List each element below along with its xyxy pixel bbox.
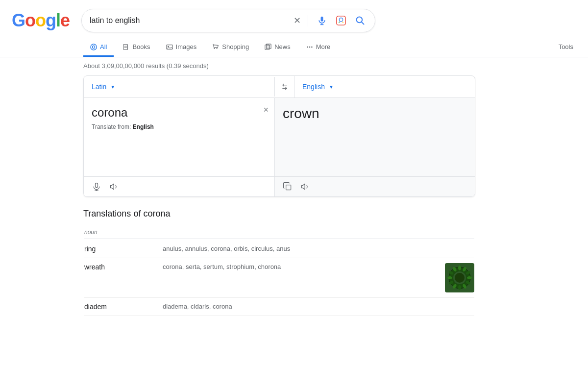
search-icon — [355, 16, 365, 25]
wreath-svg — [447, 265, 472, 290]
table-row: diadem diadema, cidaris, corona — [84, 298, 474, 316]
header: Google ✕ — [0, 0, 588, 32]
translator-header: Latin ▼ English ▼ — [84, 76, 475, 98]
tab-tools[interactable]: Tools — [552, 38, 588, 57]
target-lang-dropdown-icon: ▼ — [329, 84, 334, 90]
target-language-selector[interactable]: English ▼ — [294, 77, 475, 97]
svg-point-29 — [455, 273, 465, 283]
svg-rect-0 — [321, 17, 323, 22]
output-speaker-button[interactable] — [300, 182, 310, 192]
translations-title: Translations of corona — [83, 209, 475, 219]
search-bar: ✕ — [81, 9, 375, 32]
images-icon — [166, 44, 173, 50]
svg-point-15 — [217, 48, 218, 49]
svg-point-33 — [467, 276, 472, 279]
shopping-icon — [212, 44, 219, 50]
search-button[interactable] — [353, 14, 367, 27]
svg-rect-3 — [337, 16, 345, 25]
results-info: About 3,09,00,00,000 results (0.39 secon… — [0, 57, 588, 75]
svg-line-6 — [362, 22, 364, 24]
clear-input-button[interactable]: × — [263, 105, 269, 115]
tab-shopping[interactable]: Shopping — [205, 38, 256, 57]
translation-input[interactable] — [92, 106, 267, 120]
translator-footer — [84, 176, 475, 196]
input-mic-button[interactable] — [92, 182, 101, 192]
search-input[interactable] — [90, 16, 290, 25]
more-icon — [306, 44, 313, 50]
input-footer-actions — [84, 177, 275, 196]
swap-icon — [280, 82, 290, 92]
svg-rect-26 — [286, 185, 291, 190]
mic-icon — [317, 16, 327, 25]
lens-button[interactable] — [334, 13, 348, 28]
translator-input-panel: × Translate from: English — [84, 98, 275, 176]
clear-search-icon[interactable]: ✕ — [294, 15, 301, 26]
google-logo: Google — [12, 10, 70, 31]
svg-point-21 — [309, 46, 310, 48]
svg-point-20 — [307, 46, 308, 48]
svg-point-22 — [311, 46, 313, 48]
all-icon — [90, 44, 97, 50]
source-language-selector[interactable]: Latin ▼ — [84, 77, 275, 97]
output-footer-actions — [275, 177, 475, 196]
search-icons: ✕ — [294, 13, 367, 28]
translation-output: crown — [283, 106, 467, 121]
table-row: wreath corona, serta, sertum, strophium,… — [84, 258, 474, 298]
input-mic-icon — [92, 182, 101, 192]
swap-languages-button[interactable] — [275, 76, 294, 97]
source-lang-dropdown-icon: ▼ — [110, 84, 115, 90]
copy-icon — [283, 182, 293, 192]
translations-table: noun ring anulus, annulus, corona, orbis… — [83, 225, 475, 317]
translations-section: Translations of corona noun ring anulus,… — [83, 209, 475, 317]
svg-point-30 — [458, 266, 461, 270]
svg-point-7 — [91, 44, 97, 49]
translator-output-panel: crown — [275, 98, 475, 176]
svg-point-4 — [339, 18, 343, 22]
table-row: ring anulus, annulus, corona, orbis, cir… — [84, 240, 474, 258]
lens-icon — [336, 15, 346, 26]
tab-more[interactable]: More — [299, 38, 338, 57]
tab-news[interactable]: News — [258, 38, 297, 57]
input-speaker-button[interactable] — [109, 182, 119, 192]
svg-rect-23 — [96, 183, 98, 188]
output-speaker-icon — [300, 182, 310, 192]
tab-all[interactable]: All — [83, 38, 114, 57]
svg-point-14 — [214, 48, 215, 49]
translate-from-hint: Translate from: English — [92, 123, 267, 130]
svg-rect-9 — [123, 44, 128, 49]
svg-point-36 — [458, 285, 461, 290]
search-divider — [308, 15, 308, 26]
translator-body: × Translate from: English crown — [84, 98, 475, 176]
translator-widget: Latin ▼ English ▼ × Translate from: Engl… — [83, 75, 475, 197]
pos-row: noun — [84, 226, 474, 239]
svg-point-8 — [92, 46, 95, 48]
books-icon — [122, 44, 129, 50]
input-speaker-icon — [109, 182, 119, 192]
wreath-image — [445, 263, 474, 292]
wreath-image-cell — [439, 263, 474, 292]
news-icon — [265, 44, 271, 50]
mic-button[interactable] — [315, 14, 329, 27]
svg-point-39 — [447, 276, 452, 279]
tab-images[interactable]: Images — [159, 38, 204, 57]
copy-translation-button[interactable] — [283, 182, 293, 192]
nav-tabs: All Books Images Shopping — [0, 34, 588, 57]
tab-books[interactable]: Books — [116, 38, 157, 57]
